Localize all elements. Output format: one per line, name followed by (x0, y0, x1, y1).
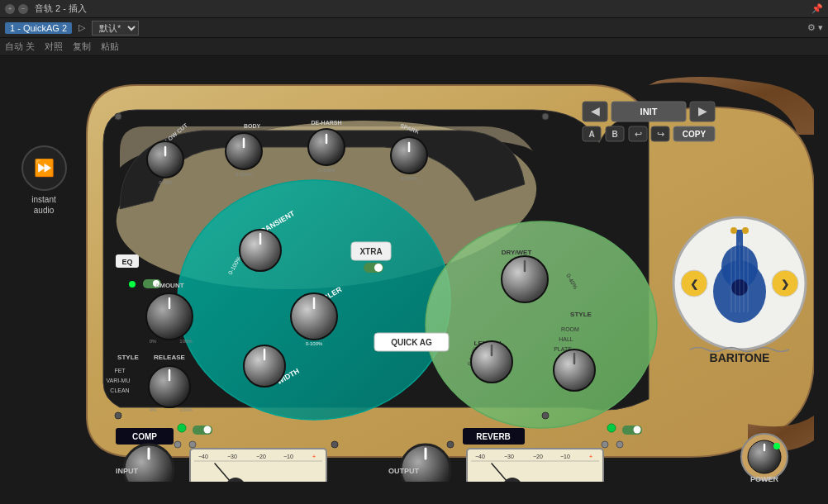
svg-text:−10: −10 (560, 454, 570, 459)
svg-text:+: + (312, 454, 316, 459)
copy-label[interactable]: 复制 (73, 40, 91, 53)
svg-text:−10: −10 (283, 454, 293, 459)
svg-text:↩: ↩ (635, 129, 642, 139)
svg-text:VARI-MU: VARI-MU (106, 378, 130, 383)
svg-text:ROOM: ROOM (561, 326, 579, 332)
svg-text:BARITONE: BARITONE (710, 351, 770, 364)
svg-text:INPUT: INPUT (116, 467, 139, 475)
svg-text:XTRA: XTRA (359, 247, 382, 256)
svg-point-149 (447, 441, 454, 448)
svg-point-157 (189, 441, 196, 448)
svg-text:0-100%: 0-100% (306, 341, 323, 346)
svg-text:−40: −40 (475, 454, 485, 459)
paste-label[interactable]: 粘贴 (101, 40, 119, 53)
svg-point-95 (730, 227, 737, 234)
svg-text:−30: −30 (504, 454, 514, 459)
svg-text:↪: ↪ (657, 129, 664, 139)
svg-text:❮: ❮ (690, 278, 698, 290)
svg-text:CLEAN: CLEAN (110, 388, 129, 393)
default-select[interactable]: 默认* (92, 21, 139, 36)
svg-text:0-100%: 0-100% (401, 176, 418, 181)
svg-text:A: A (588, 130, 594, 139)
svg-point-153 (204, 426, 212, 434)
svg-point-53 (129, 281, 136, 288)
svg-text:−20: −20 (533, 454, 543, 459)
gear-icon[interactable]: ⚙ ▾ (807, 22, 823, 33)
toolbar2: 自动 关 对照 复制 粘贴 (0, 38, 828, 56)
svg-point-144 (115, 113, 121, 120)
logo-text: instant audio (31, 194, 55, 216)
svg-text:RELEASE: RELEASE (154, 354, 185, 361)
svg-point-146 (115, 412, 121, 419)
svg-text:−40: −40 (198, 454, 208, 459)
plugin-svg: LOW CUT BODY DE-HARSH SPARK 0-400 0-300%… (70, 69, 814, 482)
minimize-icon[interactable]: − (18, 4, 28, 14)
svg-text:0-300%: 0-300% (318, 168, 335, 173)
svg-point-151 (607, 424, 616, 432)
svg-point-155 (634, 426, 641, 434)
svg-text:0%: 0% (150, 407, 157, 412)
svg-text:dB: dB (591, 481, 601, 482)
svg-text:AMOUNT: AMOUNT (155, 282, 183, 289)
svg-text:▶: ▶ (698, 104, 707, 117)
svg-text:REVERB: REVERB (476, 432, 511, 441)
svg-text:100%: 100% (179, 339, 193, 344)
svg-text:QUICK AG: QUICK AG (391, 338, 432, 347)
svg-text:B: B (611, 130, 617, 139)
svg-text:FET: FET (114, 368, 126, 373)
svg-text:0-400: 0-400 (159, 180, 172, 185)
svg-text:EQ: EQ (121, 258, 132, 266)
compare-label[interactable]: 对照 (45, 40, 63, 53)
auto-off-label: 自动 关 (5, 40, 35, 53)
svg-text:dB: dB (314, 481, 324, 482)
logo-panel: ⏩ instant audio (7, 131, 81, 230)
svg-text:DE-HARSH: DE-HARSH (312, 120, 342, 126)
svg-point-147 (542, 412, 549, 419)
svg-text:POWER: POWER (750, 475, 779, 482)
svg-point-158 (616, 441, 623, 448)
svg-text:COMP: COMP (132, 432, 157, 441)
svg-point-150 (178, 424, 186, 432)
svg-point-142 (773, 443, 780, 449)
svg-text:◀: ◀ (591, 104, 600, 117)
svg-text:COPY: COPY (683, 130, 707, 139)
pin-icon[interactable]: 📌 (811, 3, 823, 14)
title-bar-icons: + − (5, 4, 28, 14)
svg-text:STYLE: STYLE (570, 311, 592, 318)
svg-text:❯: ❯ (781, 278, 789, 290)
svg-point-156 (174, 441, 181, 448)
svg-point-96 (742, 227, 749, 234)
svg-text:DRY/WET: DRY/WET (502, 249, 532, 256)
svg-point-34 (426, 221, 657, 428)
svg-text:OUTPUT: OUTPUT (388, 467, 420, 475)
svg-text:−20: −20 (256, 454, 266, 459)
svg-point-159 (602, 441, 608, 448)
svg-point-145 (542, 113, 549, 120)
svg-text:100%: 100% (179, 407, 193, 412)
title-bar-text: 音轨 2 - 插入 (35, 2, 811, 15)
svg-text:+: + (589, 454, 592, 459)
title-bar: + − 音轨 2 - 插入 📌 (0, 0, 828, 18)
toolbar: 1 - QuickAG 2 ▷ 默认* ⚙ ▾ (0, 18, 828, 38)
svg-text:INIT: INIT (640, 107, 658, 116)
svg-text:HALL: HALL (559, 336, 573, 342)
close-icon[interactable]: + (5, 4, 15, 14)
auto-btn[interactable]: ▷ (79, 22, 85, 33)
logo-icon: ⏩ (21, 145, 67, 191)
plugin-area: ⏩ instant audio (0, 56, 828, 504)
svg-text:0-300%: 0-300% (236, 172, 253, 177)
svg-point-148 (331, 441, 338, 448)
svg-text:STYLE: STYLE (117, 354, 139, 361)
svg-text:BODY: BODY (244, 123, 261, 129)
svg-point-33 (374, 264, 383, 272)
svg-text:−30: −30 (227, 454, 237, 459)
track-label[interactable]: 1 - QuickAG 2 (5, 22, 72, 34)
svg-text:0%: 0% (150, 339, 157, 344)
